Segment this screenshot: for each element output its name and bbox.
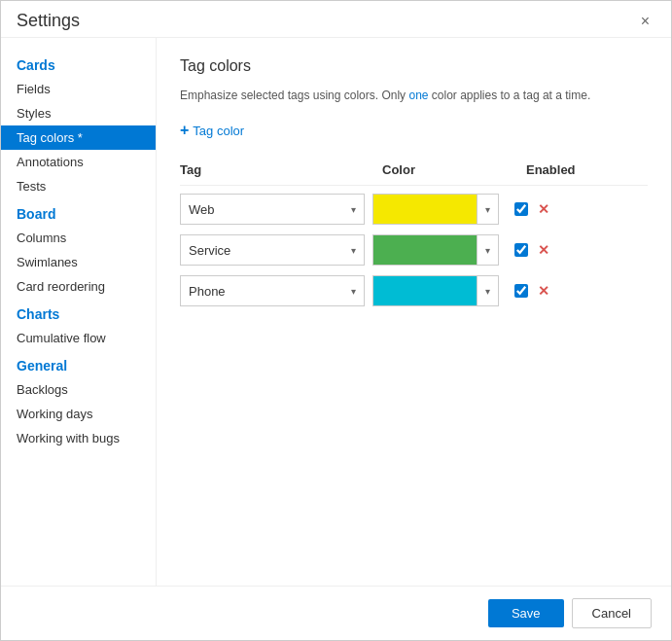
color-dropdown-arrow-service[interactable]: ▾	[477, 235, 498, 265]
delete-button-web[interactable]: ✕	[534, 199, 553, 219]
close-button[interactable]: ×	[635, 12, 655, 31]
sidebar-item-working-days[interactable]: Working days	[1, 402, 156, 426]
save-button[interactable]: Save	[488, 599, 564, 627]
tag-dropdown-web[interactable]: Web ▾	[180, 194, 365, 225]
color-swatch-phone	[373, 276, 477, 305]
tag-value-web: Web	[189, 202, 215, 217]
settings-dialog: Settings × Cards Fields Styles Tag color…	[0, 0, 672, 641]
chevron-down-icon: ▾	[351, 204, 356, 215]
dialog-body: Cards Fields Styles Tag colors * Annotat…	[1, 38, 671, 586]
sidebar: Cards Fields Styles Tag colors * Annotat…	[1, 38, 157, 586]
description: Emphasize selected tags using colors. On…	[180, 87, 648, 104]
delete-button-phone[interactable]: ✕	[534, 281, 553, 301]
description-before: Emphasize selected tags using colors. On…	[180, 89, 408, 102]
row-actions-phone: ✕	[514, 281, 553, 301]
tag-value-phone: Phone	[189, 284, 226, 299]
col-header-tag: Tag	[180, 162, 374, 177]
enabled-checkbox-web[interactable]	[514, 202, 528, 216]
row-actions-web: ✕	[514, 199, 553, 219]
sidebar-section-cards: Cards	[1, 50, 156, 77]
sidebar-item-fields[interactable]: Fields	[1, 77, 156, 101]
row-actions-service: ✕	[514, 240, 553, 260]
sidebar-item-columns[interactable]: Columns	[1, 226, 156, 250]
description-after: color applies to a tag at a time.	[428, 89, 590, 102]
add-btn-label: Tag color	[193, 124, 244, 138]
dialog-title: Settings	[17, 11, 80, 31]
sidebar-item-card-reordering[interactable]: Card reordering	[1, 274, 156, 299]
dialog-footer: Save Cancel	[1, 586, 671, 640]
color-swatch-service	[373, 235, 477, 265]
color-picker-phone[interactable]: ▾	[372, 275, 499, 306]
color-picker-service[interactable]: ▾	[372, 234, 499, 266]
description-highlight: one	[408, 89, 428, 102]
tag-value-service: Service	[189, 243, 230, 258]
chevron-down-icon: ▾	[351, 245, 356, 256]
main-content: Tag colors Emphasize selected tags using…	[157, 38, 671, 586]
table-header: Tag Color Enabled	[180, 159, 648, 186]
add-tag-color-button[interactable]: + Tag color	[180, 118, 244, 143]
table-row: Service ▾ ▾ ✕	[180, 234, 648, 266]
sidebar-section-charts: Charts	[1, 299, 156, 326]
color-dropdown-arrow-phone[interactable]: ▾	[477, 276, 498, 305]
sidebar-item-swimlanes[interactable]: Swimlanes	[1, 250, 156, 274]
sidebar-section-general: General	[1, 350, 156, 377]
cancel-button[interactable]: Cancel	[572, 598, 652, 628]
sidebar-section-board: Board	[1, 198, 156, 226]
tag-table: Tag Color Enabled Web ▾ ▾	[180, 159, 648, 306]
enabled-checkbox-service[interactable]	[514, 243, 528, 257]
sidebar-item-working-with-bugs[interactable]: Working with bugs	[1, 426, 156, 450]
plus-icon: +	[180, 122, 189, 139]
enabled-checkbox-phone[interactable]	[514, 284, 528, 298]
table-row: Web ▾ ▾ ✕	[180, 194, 648, 225]
color-swatch-web	[373, 195, 477, 224]
col-header-enabled: Enabled	[511, 162, 648, 177]
chevron-down-icon: ▾	[351, 286, 356, 297]
section-title: Tag colors	[180, 57, 648, 75]
tag-dropdown-service[interactable]: Service ▾	[180, 234, 365, 266]
table-row: Phone ▾ ▾ ✕	[180, 275, 648, 306]
delete-button-service[interactable]: ✕	[534, 240, 553, 260]
sidebar-item-styles[interactable]: Styles	[1, 101, 156, 125]
sidebar-item-tag-colors[interactable]: Tag colors *	[1, 125, 156, 150]
color-picker-web[interactable]: ▾	[372, 194, 499, 225]
color-dropdown-arrow-web[interactable]: ▾	[477, 195, 498, 224]
dialog-header: Settings ×	[1, 1, 671, 38]
sidebar-item-tests[interactable]: Tests	[1, 174, 156, 198]
tag-dropdown-phone[interactable]: Phone ▾	[180, 275, 365, 306]
sidebar-item-annotations[interactable]: Annotations	[1, 150, 156, 174]
col-header-color: Color	[374, 162, 511, 177]
sidebar-item-backlogs[interactable]: Backlogs	[1, 377, 156, 402]
sidebar-item-cumulative-flow[interactable]: Cumulative flow	[1, 326, 156, 350]
